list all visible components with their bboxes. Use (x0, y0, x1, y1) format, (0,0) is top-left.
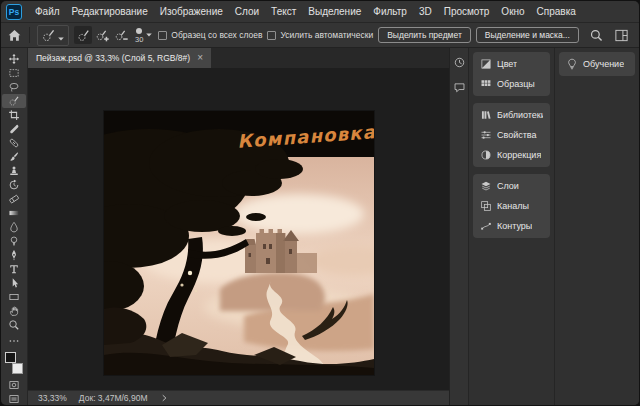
caret-down-icon (57, 35, 65, 43)
menu-file[interactable]: Файл (29, 1, 66, 22)
panel-tab-label: Цвет (497, 59, 517, 69)
panel-tab-adjustments[interactable]: Коррекция (473, 145, 550, 165)
menu-edit[interactable]: Редактирование (66, 1, 154, 22)
history-panel-icon (453, 56, 466, 69)
status-chevron-icon[interactable] (159, 393, 169, 403)
learn-panel-group: Обучение (559, 52, 635, 76)
dodge-tool-button[interactable] (2, 234, 26, 248)
selection-mode-group (74, 26, 130, 44)
zoom-tool-button[interactable] (2, 318, 26, 332)
tools-panel (1, 48, 27, 405)
document-area: Пейзаж.psd @ 33,3% (Слой 5, RGB/8#) × (27, 48, 449, 405)
lasso-tool-icon (8, 81, 20, 93)
eyedropper-tool-button[interactable] (2, 122, 26, 136)
type-tool-button[interactable] (2, 262, 26, 276)
menu-3d[interactable]: 3D (413, 1, 438, 22)
landscape-painting: Компановка (104, 111, 374, 375)
search-icon[interactable] (589, 28, 604, 43)
home-icon[interactable] (7, 28, 22, 43)
panel-tab-label: Библиотеки (497, 110, 543, 120)
screen-mode-icon (8, 393, 20, 405)
ellipsis-icon (8, 335, 20, 347)
blur-tool-button[interactable] (2, 220, 26, 234)
select-and-mask-button[interactable]: Выделение и маска... (476, 27, 579, 43)
menu-type[interactable]: Текст (265, 1, 302, 22)
menu-help[interactable]: Справка (531, 1, 582, 22)
canvas-area[interactable]: Компановка (28, 68, 449, 390)
layers-icon (480, 180, 492, 192)
tool-list (2, 52, 26, 332)
lasso-tool-button[interactable] (2, 80, 26, 94)
panel-tab-properties[interactable]: Свойства (473, 125, 550, 145)
tool-preset-picker[interactable] (37, 25, 69, 46)
panel-tab-channels[interactable]: Каналы (473, 196, 550, 216)
add-selection-mode-button[interactable] (93, 26, 111, 44)
comments-panel-button[interactable] (452, 80, 466, 94)
pen-tool-button[interactable] (2, 248, 26, 262)
gradient-tool-button[interactable] (2, 206, 26, 220)
healing-brush-tool-icon (8, 137, 20, 149)
zoom-level-field[interactable]: 33,33% (38, 393, 67, 403)
menubar-items: ФайлРедактированиеИзображениеСлоиТекстВы… (29, 1, 582, 22)
menu-view[interactable]: Просмотр (438, 1, 496, 22)
panel-tab-layers[interactable]: Слои (473, 176, 550, 196)
crop-tool-button[interactable] (2, 108, 26, 122)
hand-tool-button[interactable] (2, 304, 26, 318)
clone-stamp-tool-button[interactable] (2, 164, 26, 178)
eraser-tool-icon (8, 193, 20, 205)
panel-tab-color[interactable]: Цвет (473, 54, 550, 74)
panel-tab-paths[interactable]: Контуры (473, 216, 550, 236)
eraser-tool-button[interactable] (2, 192, 26, 206)
panel-tab-label: Обучение (583, 59, 624, 69)
checkbox-box (267, 31, 276, 40)
lightbulb-icon (566, 58, 578, 70)
workspace-switcher-icon[interactable] (614, 28, 629, 43)
path-selection-tool-button[interactable] (2, 276, 26, 290)
clone-stamp-tool-icon (8, 165, 20, 177)
learn-column: Обучение (554, 48, 639, 405)
tab-close-icon[interactable]: × (197, 53, 203, 63)
checkbox-box (158, 31, 167, 40)
sample-all-layers-checkbox[interactable]: Образец со всех слоев (158, 30, 262, 40)
menu-window[interactable]: Окно (495, 1, 530, 22)
document-tab[interactable]: Пейзаж.psd @ 33,3% (Слой 5, RGB/8#) × (28, 48, 211, 68)
quick-selection-tool-icon (8, 95, 20, 107)
quick-mask-icon (8, 379, 20, 391)
subtract-selection-mode-button[interactable] (112, 26, 130, 44)
color-swatches[interactable] (5, 352, 23, 374)
quick-selection-tool-button[interactable] (2, 94, 26, 108)
new-selection-mode-button[interactable] (74, 26, 92, 44)
shape-tool-icon (8, 291, 20, 303)
marquee-tool-button[interactable] (2, 66, 26, 80)
panel-tab-label: Свойства (497, 130, 537, 140)
marquee-tool-icon (8, 67, 20, 79)
edit-toolbar-button[interactable] (2, 334, 26, 348)
panel-tab-libraries[interactable]: Библиотеки (473, 105, 550, 125)
separator (29, 27, 30, 43)
panel-group-3: СлоиКаналыКонтуры (473, 174, 550, 238)
quick-mask-button[interactable] (2, 378, 26, 392)
right-dock: ЦветОбразцыБиблиотекиСвойстваКоррекцияСл… (449, 48, 639, 405)
panel-tab-learn[interactable]: Обучение (559, 54, 635, 74)
panel-tab-swatches[interactable]: Образцы (473, 74, 550, 94)
brush-tool-button[interactable] (2, 150, 26, 164)
auto-enhance-checkbox[interactable]: Усилить автоматически (267, 30, 373, 40)
brush-size-picker[interactable]: 30 (135, 27, 153, 44)
screen-mode-button[interactable] (2, 392, 26, 406)
panel-group-2: БиблиотекиСвойстваКоррекция (473, 103, 550, 167)
checkbox-label: Образец со всех слоев (171, 30, 262, 40)
menu-filter[interactable]: Фильтр (367, 1, 413, 22)
select-subject-button[interactable]: Выделить предмет (378, 27, 471, 43)
history-brush-tool-button[interactable] (2, 178, 26, 192)
menu-layers[interactable]: Слои (229, 1, 265, 22)
menu-image[interactable]: Изображение (154, 1, 229, 22)
zoom-tool-icon (8, 319, 20, 331)
quick-selection-tool-icon (41, 28, 56, 43)
healing-brush-tool-button[interactable] (2, 136, 26, 150)
move-tool-button[interactable] (2, 52, 26, 66)
shape-tool-button[interactable] (2, 290, 26, 304)
pen-tool-icon (8, 249, 20, 261)
menu-select[interactable]: Выделение (302, 1, 367, 22)
new-selection-icon (76, 28, 91, 43)
history-panel-button[interactable] (452, 55, 466, 69)
